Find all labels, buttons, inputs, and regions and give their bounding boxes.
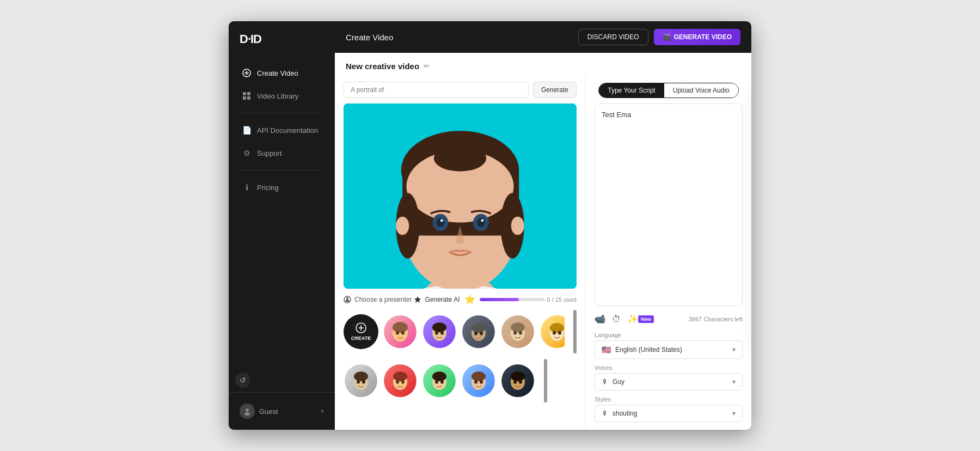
presenter-strip: CREATE <box>344 314 565 349</box>
svg-rect-3 <box>243 92 246 95</box>
svg-point-18 <box>440 219 443 222</box>
language-select[interactable]: 🇺🇸 English (United States) ▾ <box>595 340 743 359</box>
presenter-panel: Generate <box>335 75 585 430</box>
svg-point-8 <box>244 412 250 416</box>
presenter-thumb-6[interactable] <box>344 363 378 398</box>
voice-icon: 🎙 <box>602 378 608 386</box>
edit-icon[interactable]: ✏ <box>424 62 430 70</box>
presenter-thumb-10[interactable] <box>500 363 535 398</box>
discard-video-button[interactable]: DISCARD VIDEO <box>578 29 648 45</box>
creative-title: New creative video <box>346 62 419 71</box>
magic-icon[interactable]: ✨ <box>627 314 638 324</box>
style-mic-icon: 🎙 <box>602 410 608 417</box>
presenter-thumb-4[interactable] <box>500 314 535 349</box>
presenter-thumb-1[interactable] <box>383 314 418 349</box>
generate-image-button[interactable]: Generate <box>533 82 577 98</box>
presenter-avatar <box>344 103 577 289</box>
sidebar-item-label: API Documentation <box>257 126 318 135</box>
scrollbar-thumb <box>573 310 577 354</box>
svg-marker-29 <box>414 296 421 303</box>
svg-point-51 <box>553 331 556 335</box>
choose-presenter-button[interactable]: Choose a presenter <box>344 296 412 303</box>
video-icon: 🎬 <box>663 33 671 41</box>
prompt-input[interactable] <box>344 82 529 98</box>
logo-area: D·ID <box>229 21 335 63</box>
voices-select[interactable]: 🎙 Guy ▾ <box>595 373 743 391</box>
tab-upload-voice[interactable]: Upload Voice Audio <box>664 83 738 97</box>
creative-header: New creative video ✏ <box>335 53 751 75</box>
info-icon: ℹ <box>242 182 252 192</box>
script-tabs: Type Your Script Upload Voice Audio <box>598 83 738 98</box>
svg-point-17 <box>437 218 444 227</box>
svg-point-54 <box>354 371 368 381</box>
svg-point-24 <box>396 216 409 235</box>
sidebar-item-create-video[interactable]: Create Video <box>235 63 328 83</box>
flag-icon: 🇺🇸 <box>602 345 611 354</box>
svg-point-50 <box>550 323 564 333</box>
presenter-controls-bottom: Choose a presenter Generate AI ⭐ <box>344 294 577 304</box>
presenter-scrollbar[interactable] <box>573 310 577 354</box>
svg-point-67 <box>474 380 477 384</box>
language-label: Language <box>595 332 743 338</box>
svg-point-52 <box>558 331 561 335</box>
presenter-thumb-3[interactable] <box>461 314 496 349</box>
svg-point-58 <box>393 371 407 381</box>
presenter-thumb-2[interactable] <box>422 314 457 349</box>
presenter-strip-2 <box>344 363 535 398</box>
logo: D·ID <box>240 32 261 46</box>
svg-point-7 <box>246 409 249 412</box>
progress-bar <box>480 298 545 301</box>
create-label: CREATE <box>351 336 371 341</box>
svg-point-59 <box>396 380 399 384</box>
svg-point-28 <box>346 297 348 300</box>
presenter-thumb-7[interactable] <box>383 363 418 398</box>
svg-point-63 <box>435 380 438 384</box>
svg-point-46 <box>511 322 525 332</box>
chevron-down-icon: ▾ <box>732 410 736 417</box>
user-area[interactable]: Guest ▾ <box>235 399 328 423</box>
generate-ai-button[interactable]: Generate AI <box>414 296 460 303</box>
used-count: 0 / 15 used <box>547 296 577 303</box>
svg-point-35 <box>396 331 399 335</box>
undo-button[interactable]: ↺ <box>235 373 250 388</box>
sidebar-item-pricing[interactable]: ℹ Pricing <box>235 177 328 198</box>
svg-point-56 <box>362 380 365 384</box>
chevron-down-icon: ▾ <box>732 378 736 386</box>
svg-point-64 <box>440 380 444 384</box>
sidebar-item-label: Pricing <box>257 184 279 192</box>
top-bar-actions: DISCARD VIDEO 🎬 GENERATE VIDEO <box>578 29 740 45</box>
sidebar-divider-2 <box>242 170 322 170</box>
create-presenter-button[interactable]: CREATE <box>344 314 378 349</box>
presenter-thumb-9[interactable] <box>461 363 496 398</box>
sidebar-item-api-docs[interactable]: 📄 API Documentation <box>235 120 328 141</box>
svg-point-47 <box>513 331 517 335</box>
svg-point-39 <box>435 331 438 335</box>
user-chevron-icon: ▾ <box>321 407 324 415</box>
sidebar-item-label: Support <box>257 149 282 157</box>
camera-icon[interactable]: 📹 <box>595 314 605 324</box>
voices-label: Voices <box>595 364 743 371</box>
voices-value: Guy <box>612 378 624 386</box>
top-bar: Create Video DISCARD VIDEO 🎬 GENERATE VI… <box>335 21 751 53</box>
sidebar-nav: Create Video Video Library 📄 API Documen… <box>229 63 335 368</box>
svg-point-25 <box>511 216 524 235</box>
sidebar-item-support[interactable]: ⚙ Support <box>235 143 328 163</box>
script-textarea[interactable]: Test Ema <box>595 103 743 306</box>
sidebar-item-label: Create Video <box>257 69 298 77</box>
clock-icon[interactable]: ⏱ <box>612 314 621 324</box>
presenter-thumb-8[interactable] <box>422 363 457 398</box>
sidebar-item-video-library[interactable]: Video Library <box>235 86 328 106</box>
presenter-controls: Generate <box>344 82 577 98</box>
app-container: D·ID Create Video <box>229 21 751 430</box>
svg-rect-4 <box>247 92 250 95</box>
styles-select[interactable]: 🎙 shouting ▾ <box>595 405 743 422</box>
svg-point-66 <box>471 371 486 381</box>
svg-point-40 <box>440 331 444 335</box>
svg-rect-6 <box>247 96 250 100</box>
svg-point-36 <box>401 331 405 335</box>
tab-type-script[interactable]: Type Your Script <box>599 83 664 97</box>
presenter-thumb-5[interactable] <box>540 314 565 349</box>
sidebar-divider-1 <box>242 113 322 113</box>
generate-video-button[interactable]: 🎬 GENERATE VIDEO <box>654 29 740 45</box>
script-panel: Type Your Script Upload Voice Audio Test… <box>585 75 751 430</box>
